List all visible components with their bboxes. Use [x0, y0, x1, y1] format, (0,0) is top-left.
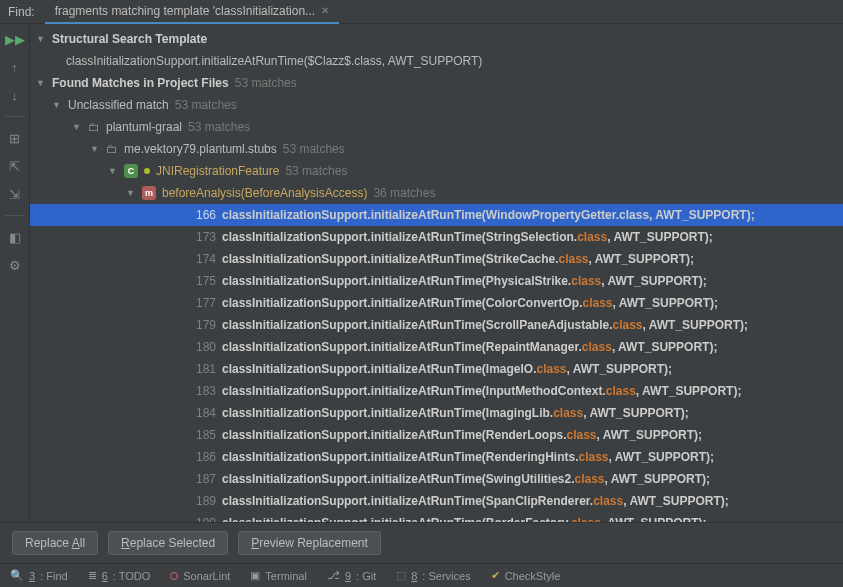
- match-code: classInitializationSupport.initializeAtR…: [222, 428, 702, 442]
- line-number: 187: [190, 472, 216, 486]
- results-tree[interactable]: ▼ Structural Search Template classInitia…: [30, 24, 843, 522]
- unclassified-count: 53 matches: [175, 98, 237, 112]
- method-icon: m: [142, 186, 156, 200]
- status-find[interactable]: 🔍3: Find: [0, 569, 78, 582]
- chevron-down-icon[interactable]: ▼: [36, 34, 48, 44]
- chevron-down-icon[interactable]: ▼: [52, 100, 64, 110]
- terminal-icon: ▣: [250, 569, 260, 582]
- checkstyle-icon: ✔: [491, 569, 500, 582]
- found-count: 53 matches: [235, 76, 297, 90]
- match-code: classInitializationSupport.initializeAtR…: [222, 450, 714, 464]
- chevron-down-icon[interactable]: ▼: [90, 144, 102, 154]
- status-sonarlint[interactable]: SonarLint: [160, 570, 240, 582]
- status-terminal[interactable]: ▣Terminal: [240, 569, 317, 582]
- gear-icon[interactable]: ⚙: [6, 256, 24, 274]
- chevron-down-icon[interactable]: ▼: [72, 122, 84, 132]
- line-number: 189: [190, 494, 216, 508]
- line-number: 184: [190, 406, 216, 420]
- match-code: classInitializationSupport.initializeAtR…: [222, 296, 718, 310]
- replace-selected-button[interactable]: Replace Selected: [108, 531, 228, 555]
- class-count: 53 matches: [285, 164, 347, 178]
- arrow-up-icon[interactable]: ↑: [6, 58, 24, 76]
- package-name: me.vektory79.plantuml.stubs: [124, 142, 277, 156]
- implements-icon: [144, 168, 150, 174]
- match-row[interactable]: 183classInitializationSupport.initialize…: [30, 380, 843, 402]
- line-number: 177: [190, 296, 216, 310]
- method-name: beforeAnalysis(BeforeAnalysisAccess): [162, 186, 367, 200]
- find-label: Find:: [8, 5, 35, 19]
- match-row[interactable]: 179classInitializationSupport.initialize…: [30, 314, 843, 336]
- branch-icon: ⎇: [327, 569, 340, 582]
- template-text-row[interactable]: classInitializationSupport.initializeAtR…: [30, 50, 843, 72]
- match-row[interactable]: 181classInitializationSupport.initialize…: [30, 358, 843, 380]
- find-top-bar: Find: fragments matching template 'class…: [0, 0, 843, 24]
- class-row[interactable]: ▼ C JNIRegistrationFeature 53 matches: [30, 160, 843, 182]
- rerun-icon[interactable]: ▶▶: [6, 30, 24, 48]
- match-code: classInitializationSupport.initializeAtR…: [222, 472, 710, 486]
- match-code: classInitializationSupport.initializeAtR…: [222, 406, 689, 420]
- search-icon: 🔍: [10, 569, 24, 582]
- project-count: 53 matches: [188, 120, 250, 134]
- match-row[interactable]: 166classInitializationSupport.initialize…: [30, 204, 843, 226]
- status-services[interactable]: ⬚8: Services: [386, 569, 480, 582]
- line-number: 175: [190, 274, 216, 288]
- package-row[interactable]: ▼ 🗀 me.vektory79.plantuml.stubs 53 match…: [30, 138, 843, 160]
- found-header-row[interactable]: ▼ Found Matches in Project Files 53 matc…: [30, 72, 843, 94]
- match-row[interactable]: 189classInitializationSupport.initialize…: [30, 490, 843, 512]
- match-code: classInitializationSupport.initializeAtR…: [222, 318, 748, 332]
- list-icon: ≣: [88, 569, 97, 582]
- tab-label: fragments matching template 'classInitia…: [55, 4, 315, 18]
- match-row[interactable]: 174classInitializationSupport.initialize…: [30, 248, 843, 270]
- match-row[interactable]: 175classInitializationSupport.initialize…: [30, 270, 843, 292]
- match-code: classInitializationSupport.initializeAtR…: [222, 208, 755, 222]
- unclassified-row[interactable]: ▼ Unclassified match 53 matches: [30, 94, 843, 116]
- find-tab[interactable]: fragments matching template 'classInitia…: [45, 0, 339, 24]
- match-row[interactable]: 187classInitializationSupport.initialize…: [30, 468, 843, 490]
- close-tab-icon[interactable]: ✕: [321, 5, 329, 16]
- collapse-all-icon[interactable]: ⇲: [6, 185, 24, 203]
- chevron-down-icon[interactable]: ▼: [126, 188, 138, 198]
- match-row[interactable]: 173classInitializationSupport.initialize…: [30, 226, 843, 248]
- match-code: classInitializationSupport.initializeAtR…: [222, 252, 694, 266]
- match-row[interactable]: 186classInitializationSupport.initialize…: [30, 446, 843, 468]
- match-row[interactable]: 184classInitializationSupport.initialize…: [30, 402, 843, 424]
- project-name: plantuml-graal: [106, 120, 182, 134]
- line-number: 181: [190, 362, 216, 376]
- match-code: classInitializationSupport.initializeAtR…: [222, 494, 729, 508]
- line-number: 179: [190, 318, 216, 332]
- found-header: Found Matches in Project Files: [52, 76, 229, 90]
- method-row[interactable]: ▼ m beforeAnalysis(BeforeAnalysisAccess)…: [30, 182, 843, 204]
- chevron-down-icon[interactable]: ▼: [108, 166, 120, 176]
- arrow-down-icon[interactable]: ↓: [6, 86, 24, 104]
- status-todo[interactable]: ≣6: TODO: [78, 569, 161, 582]
- group-icon[interactable]: ⊞: [6, 129, 24, 147]
- unclassified-label: Unclassified match: [68, 98, 169, 112]
- folder-icon: 🗀: [88, 120, 100, 134]
- match-row[interactable]: 185classInitializationSupport.initialize…: [30, 424, 843, 446]
- package-count: 53 matches: [283, 142, 345, 156]
- method-count: 36 matches: [373, 186, 435, 200]
- replace-all-button[interactable]: Replace All: [12, 531, 98, 555]
- match-row[interactable]: 190classInitializationSupport.initialize…: [30, 512, 843, 522]
- preview-replacement-button[interactable]: Preview Replacement: [238, 531, 381, 555]
- project-row[interactable]: ▼ 🗀 plantuml-graal 53 matches: [30, 116, 843, 138]
- match-code: classInitializationSupport.initializeAtR…: [222, 384, 741, 398]
- line-number: 185: [190, 428, 216, 442]
- class-name: JNIRegistrationFeature: [156, 164, 279, 178]
- status-git[interactable]: ⎇9: Git: [317, 569, 386, 582]
- preview-icon[interactable]: ◧: [6, 228, 24, 246]
- match-row[interactable]: 180classInitializationSupport.initialize…: [30, 336, 843, 358]
- status-checkstyle[interactable]: ✔CheckStyle: [481, 569, 571, 582]
- match-code: classInitializationSupport.initializeAtR…: [222, 340, 717, 354]
- expand-all-icon[interactable]: ⇱: [6, 157, 24, 175]
- line-number: 186: [190, 450, 216, 464]
- line-number: 173: [190, 230, 216, 244]
- template-header-row[interactable]: ▼ Structural Search Template: [30, 28, 843, 50]
- line-number: 166: [190, 208, 216, 222]
- match-row[interactable]: 177classInitializationSupport.initialize…: [30, 292, 843, 314]
- sonar-icon: [170, 572, 178, 580]
- class-icon: C: [124, 164, 138, 178]
- chevron-down-icon[interactable]: ▼: [36, 78, 48, 88]
- match-code: classInitializationSupport.initializeAtR…: [222, 274, 707, 288]
- line-number: 174: [190, 252, 216, 266]
